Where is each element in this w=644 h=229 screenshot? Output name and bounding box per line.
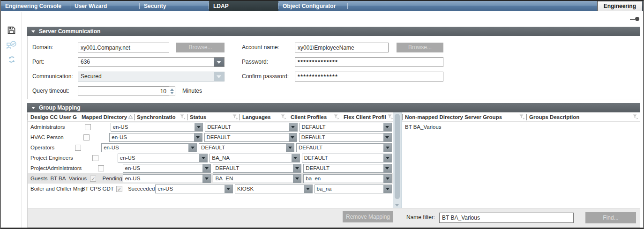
chevron-down-icon[interactable] <box>188 144 196 152</box>
col-user-groups[interactable]: Desigo CC User G <box>28 112 79 121</box>
language-select[interactable]: en-US <box>111 123 203 132</box>
chevron-down-icon[interactable] <box>195 123 202 131</box>
account-browse-button[interactable]: Browse... <box>397 43 443 52</box>
save-button[interactable] <box>1 25 22 37</box>
client-profile-select[interactable]: DEFAULT <box>205 123 297 132</box>
synchronization-checkbox[interactable] <box>85 124 91 130</box>
chevron-down-icon[interactable] <box>383 164 391 172</box>
chevron-down-icon[interactable] <box>383 185 391 193</box>
language-select[interactable]: en-US <box>118 154 208 163</box>
filter-icon[interactable] <box>519 114 525 120</box>
chevron-down-icon[interactable] <box>383 133 391 141</box>
vertical-scrollbar[interactable] <box>393 112 401 208</box>
client-profile-select[interactable]: BA_NA <box>210 154 300 163</box>
filter-icon[interactable] <box>632 114 638 120</box>
port-select[interactable]: 636 <box>78 57 225 67</box>
client-profile-select[interactable]: DEFAULT <box>199 143 294 152</box>
confirm-password-input[interactable] <box>295 72 443 81</box>
chevron-down-icon[interactable] <box>202 164 210 172</box>
col-languages[interactable]: Languages <box>240 112 288 121</box>
synchronization-checkbox[interactable] <box>92 155 98 161</box>
tab-user-wizard[interactable]: User Wizard <box>70 1 140 11</box>
query-timeout-input[interactable] <box>78 86 169 96</box>
refresh-button[interactable] <box>1 54 22 66</box>
chevron-down-icon[interactable] <box>199 154 207 162</box>
tab-object-configurator[interactable]: Object Configurator <box>278 1 348 11</box>
name-filter-input[interactable] <box>439 213 574 223</box>
table-row[interactable]: HVAC Person en-US DEFAULT DEFAULT <box>28 132 393 142</box>
test-connection-button[interactable] <box>1 40 22 52</box>
flex-client-profile-select[interactable]: DEFAULT <box>299 133 392 142</box>
tab-security[interactable]: Security <box>140 1 209 11</box>
filter-icon[interactable] <box>387 114 393 120</box>
synchronization-checkbox[interactable] <box>75 145 81 151</box>
chevron-down-icon[interactable] <box>304 185 312 193</box>
communication-select[interactable]: Secured <box>78 72 225 81</box>
flex-client-profile-select[interactable]: DEFAULT <box>303 164 392 173</box>
chevron-down-icon[interactable] <box>383 123 391 131</box>
filter-icon[interactable] <box>232 114 238 120</box>
flex-client-profile-select[interactable]: DEFAULT <box>300 123 392 132</box>
col-flex-client-profiles[interactable]: Flex Client Profil <box>341 112 393 121</box>
language-select[interactable]: en-US <box>101 143 197 152</box>
scrollbar-down-arrow-icon[interactable] <box>395 204 399 207</box>
language-select[interactable]: en-US <box>155 185 233 193</box>
chevron-down-icon[interactable] <box>383 154 391 162</box>
group-mapping-header[interactable]: Group Mapping <box>27 103 640 112</box>
table-row[interactable]: BT BA_Various <box>402 122 640 132</box>
flex-client-profile-select[interactable]: ba_en <box>303 174 392 183</box>
remove-mapping-button[interactable]: Remove Mapping <box>343 211 393 222</box>
chevron-down-icon[interactable] <box>383 144 391 152</box>
chevron-down-icon[interactable] <box>292 154 300 162</box>
flex-client-profile-select[interactable]: DEFAULT <box>296 143 392 152</box>
synchronization-checkbox[interactable] <box>90 176 96 182</box>
chevron-down-icon[interactable] <box>194 133 202 141</box>
language-select[interactable]: en-US <box>123 174 211 183</box>
synchronization-checkbox[interactable] <box>98 165 104 171</box>
filter-icon[interactable] <box>280 114 286 120</box>
find-button[interactable]: Find... <box>585 212 636 223</box>
domain-input[interactable] <box>78 43 169 52</box>
client-profile-select[interactable]: DEFAULT <box>204 133 297 142</box>
collapse-pin-icon[interactable] <box>630 17 639 21</box>
chevron-down-icon[interactable] <box>383 175 391 183</box>
col-synchronization[interactable]: Synchronizatio <box>134 112 187 121</box>
filter-icon[interactable] <box>333 114 339 120</box>
chevron-down-icon[interactable] <box>293 175 301 183</box>
query-timeout-stepper[interactable] <box>169 86 175 96</box>
table-row[interactable]: ProjectAdministrators en-US DEFAULT DEFA… <box>28 163 393 173</box>
spinner-up-icon[interactable] <box>170 89 174 91</box>
synchronization-checkbox[interactable] <box>83 134 90 140</box>
client-profile-select[interactable]: DEFAULT <box>213 164 301 173</box>
table-row[interactable]: Administrators en-US DEFAULT DEFAULT <box>28 122 393 132</box>
flex-client-profile-select[interactable]: DEFAULT <box>302 154 392 163</box>
chevron-down-icon[interactable] <box>214 58 224 66</box>
flex-client-profile-select[interactable]: ba_na <box>315 185 392 193</box>
col-mapped-directory[interactable]: Mapped Directory <box>79 112 134 121</box>
filter-icon[interactable] <box>180 114 186 120</box>
col-groups-description[interactable]: Groups Description <box>526 112 640 121</box>
account-name-input[interactable] <box>295 43 389 52</box>
tab-ldap[interactable]: LDAP <box>209 1 278 11</box>
table-row[interactable]: Boiler and Chiller Mng BT CPS GDT Succee… <box>28 184 393 194</box>
chevron-down-icon[interactable] <box>202 175 210 183</box>
spinner-down-icon[interactable] <box>170 92 174 94</box>
col-status[interactable]: Status <box>187 112 240 121</box>
chevron-down-icon[interactable] <box>286 144 294 152</box>
table-row[interactable]: Operators en-US DEFAULT DEFAULT <box>28 142 393 153</box>
chevron-down-icon[interactable] <box>289 123 297 131</box>
table-row[interactable]: Guests BT BA_Various Pending en-US BA_EN… <box>28 173 393 184</box>
language-select[interactable]: en-US <box>123 164 211 173</box>
chevron-down-icon[interactable] <box>225 185 232 193</box>
table-row[interactable]: Project Engineers en-US BA_NA DEFAULT <box>28 153 393 163</box>
chevron-down-icon[interactable] <box>289 133 297 141</box>
domain-browse-button[interactable]: Browse... <box>176 43 225 52</box>
chevron-down-icon[interactable] <box>293 164 301 172</box>
client-profile-select[interactable]: BA_EN <box>213 174 301 183</box>
client-profile-select[interactable]: KIOSK <box>235 185 313 193</box>
scrollbar-thumb[interactable] <box>395 114 400 199</box>
server-communication-header[interactable]: Server Communication <box>27 27 640 36</box>
col-non-mapped-groups[interactable]: Non-mapped Directory Server Groups <box>402 112 526 121</box>
col-client-profiles[interactable]: Client Profiles <box>288 112 341 121</box>
password-input[interactable] <box>295 57 443 67</box>
